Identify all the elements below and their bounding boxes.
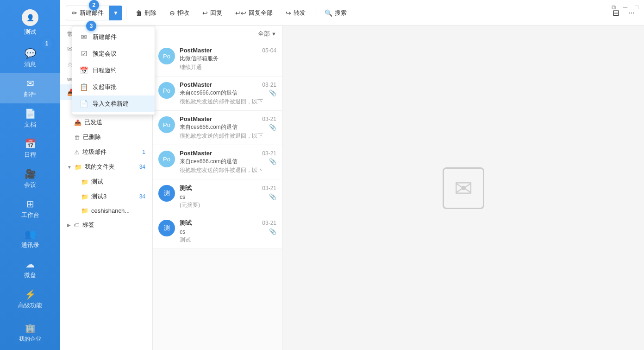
- contacts-icon: 👥: [25, 229, 36, 240]
- reject-icon: ⊖: [169, 9, 175, 17]
- new-mail-icon: ✏: [72, 9, 77, 17]
- delete-button[interactable]: 🗑 删除: [130, 6, 162, 20]
- my-folders-expand-icon: ▼: [67, 165, 72, 170]
- my-folders-label: 我的文件夹: [85, 163, 137, 171]
- main-area: ⧉ ─ □ 2 ✏ 新建邮件 ▼ 🗑 删除 ⊖ 拒收 ↩ 回复: [60, 0, 644, 350]
- sidebar-item-calendar[interactable]: 📅 日程: [0, 134, 60, 164]
- list-item[interactable]: 测 测试 03-21 cs 📎 (无摘要): [153, 179, 282, 214]
- avatar: Po: [158, 151, 175, 167]
- dropdown-item-schedule-meeting[interactable]: ☑ 预定会议: [72, 45, 155, 62]
- reject-button[interactable]: ⊖ 拒收: [164, 6, 195, 20]
- email-date: 03-21: [262, 150, 276, 157]
- minimize-icon[interactable]: ─: [623, 4, 627, 11]
- filter-icon[interactable]: ▼: [271, 31, 276, 37]
- junk-label: 垃圾邮件: [82, 148, 139, 156]
- reply-button[interactable]: ↩ 回复: [197, 6, 228, 20]
- folder-sub-test1[interactable]: 📁 测试: [60, 174, 152, 189]
- dropdown-arrow-icon: ▼: [113, 10, 119, 16]
- email-row1: 测试 03-21: [180, 184, 276, 192]
- email-row1: PostMaster 03-21: [180, 81, 276, 88]
- toolbar: ⧉ ─ □ 2 ✏ 新建邮件 ▼ 🗑 删除 ⊖ 拒收 ↩ 回复: [60, 0, 644, 26]
- junk-count: 1: [142, 149, 145, 155]
- sidebar-footer-company[interactable]: 🏢 我的企业: [19, 316, 41, 350]
- folder-sent[interactable]: 📤 已发送: [60, 115, 152, 130]
- sidebar-item-label-messages: 消息: [24, 60, 36, 69]
- email-date: 03-21: [262, 185, 276, 191]
- sidebar-item-advanced[interactable]: ⚡ 高级功能: [0, 284, 60, 314]
- forward-icon: ↪: [286, 9, 291, 17]
- dropdown-calendar-icon: 📅: [80, 66, 88, 75]
- my-company-label: 我的企业: [19, 335, 41, 343]
- attach-icon: 📎: [269, 89, 276, 96]
- dropdown-item-label-calendar: 日程邀约: [93, 66, 117, 75]
- list-item[interactable]: Po PostMaster 05-04 比微信邮箱服务 继续开通: [153, 42, 282, 76]
- avatar: 测: [158, 185, 175, 202]
- email-content: PostMaster 05-04 比微信邮箱服务 继续开通: [180, 47, 276, 71]
- email-preview: (无摘要): [180, 201, 276, 209]
- new-mail-label: 新建邮件: [80, 9, 104, 17]
- email-row1: 测试 03-21: [180, 219, 276, 227]
- sidebar-item-label-advanced: 高级功能: [18, 301, 42, 310]
- subfolder3-label: ceshishanch...: [91, 207, 145, 214]
- list-item[interactable]: Po PostMaster 03-21 来自ces666.com的退信 📎 很抱…: [153, 111, 282, 145]
- reading-pane: ✉: [282, 26, 644, 350]
- new-mail-group: 2 ✏ 新建邮件 ▼: [66, 6, 122, 20]
- dropdown-item-approval[interactable]: 📋 发起审批: [72, 79, 155, 95]
- folder-junk[interactable]: ⚠ 垃圾邮件 1: [60, 145, 152, 159]
- sidebar-item-workspace[interactable]: ⊞ 工作台: [0, 194, 60, 224]
- messages-icon: 💬: [25, 48, 36, 59]
- sidebar-item-docs[interactable]: 📄 文档: [0, 103, 60, 134]
- email-row2: cs 📎: [180, 193, 276, 200]
- sidebar-user: 👤 测试: [0, 5, 60, 43]
- maximize-icon[interactable]: □: [635, 4, 638, 11]
- sidebar-item-contacts[interactable]: 👥 通讯录: [0, 224, 60, 254]
- dropdown-item-import-doc[interactable]: 📄 导入文档新建: [72, 95, 155, 112]
- email-content: 测试 03-21 cs 📎 (无摘要): [180, 184, 276, 209]
- subfolder2-count: 34: [139, 193, 145, 200]
- sidebar-item-mail[interactable]: ✉ 邮件: [0, 73, 60, 103]
- list-item[interactable]: 测 测试 03-21 cs 📎 测试: [153, 214, 282, 249]
- folder-sub-ceshishanch[interactable]: 📁 ceshishanch...: [60, 204, 152, 217]
- sidebar-item-messages[interactable]: 1 💬 消息: [0, 43, 60, 73]
- search-button[interactable]: 🔍 搜索: [319, 6, 352, 20]
- email-sender: 测试: [180, 219, 192, 227]
- avatar[interactable]: 👤: [22, 9, 38, 26]
- sidebar-item-label-docs: 文档: [24, 121, 36, 129]
- new-mail-button[interactable]: ✏ 新建邮件: [66, 6, 109, 20]
- reply-label: 回复: [210, 9, 222, 17]
- restore-icon[interactable]: ⧉: [612, 4, 616, 11]
- tags-icon: 🏷: [74, 222, 80, 229]
- email-row2: cs 📎: [180, 228, 276, 235]
- avatar: Po: [158, 48, 175, 64]
- new-mail-dropdown-button[interactable]: ▼: [109, 6, 122, 20]
- my-folders-folder-icon: 📁: [75, 164, 82, 171]
- sidebar-item-meetings[interactable]: 🎥 会议: [0, 164, 60, 194]
- email-preview: 测试: [180, 236, 276, 244]
- docs-icon: 📄: [25, 108, 36, 119]
- sidebar-item-label-meetings: 会议: [24, 181, 36, 189]
- attach-icon: 📎: [269, 158, 276, 165]
- folder-deleted[interactable]: 🗑 已删除: [60, 130, 152, 145]
- folder-my-folders-title[interactable]: ▼ 📁 我的文件夹 34: [60, 159, 152, 174]
- subfolder2-icon: 📁: [81, 193, 88, 200]
- list-item[interactable]: Po PostMaster 03-21 来自ces666.com的退信 📎 很抱…: [153, 76, 282, 111]
- dropdown-item-new-mail[interactable]: ✉ 新建邮件: [72, 29, 155, 45]
- folder-sub-test3[interactable]: 📁 测试3 34: [60, 189, 152, 204]
- forward-button[interactable]: ↪ 转发: [280, 6, 311, 20]
- dropdown-item-calendar-invite[interactable]: 📅 日程邀约: [72, 62, 155, 79]
- reply-all-button[interactable]: ↩↩ 回复全部: [230, 6, 278, 20]
- email-subject: cs: [180, 194, 269, 200]
- sidebar-item-cloud[interactable]: ☁ 微盘: [0, 254, 60, 284]
- username-label: 测试: [24, 28, 36, 36]
- sidebar-item-label-mail: 邮件: [24, 90, 36, 99]
- email-content: PostMaster 03-21 来自ces666.com的退信 📎 很抱歉您发…: [180, 115, 276, 140]
- email-subject: 比微信邮箱服务: [180, 55, 276, 63]
- email-row2: 比微信邮箱服务: [180, 55, 276, 63]
- email-sender: PostMaster: [180, 81, 212, 88]
- email-list: 全部 ▼ Po PostMaster 05-04 比微信邮箱服务 继续开通: [153, 26, 282, 350]
- attach-icon: 📎: [269, 124, 276, 131]
- email-preview: 很抱歉您发送的邮件被退回，以下: [180, 132, 276, 140]
- list-item[interactable]: Po PostMaster 03-21 来自ces666.com的退信 📎 很抱…: [153, 145, 282, 179]
- email-date: 03-21: [262, 220, 276, 226]
- folder-tags-title[interactable]: ▶ 🏷 标签: [60, 217, 152, 232]
